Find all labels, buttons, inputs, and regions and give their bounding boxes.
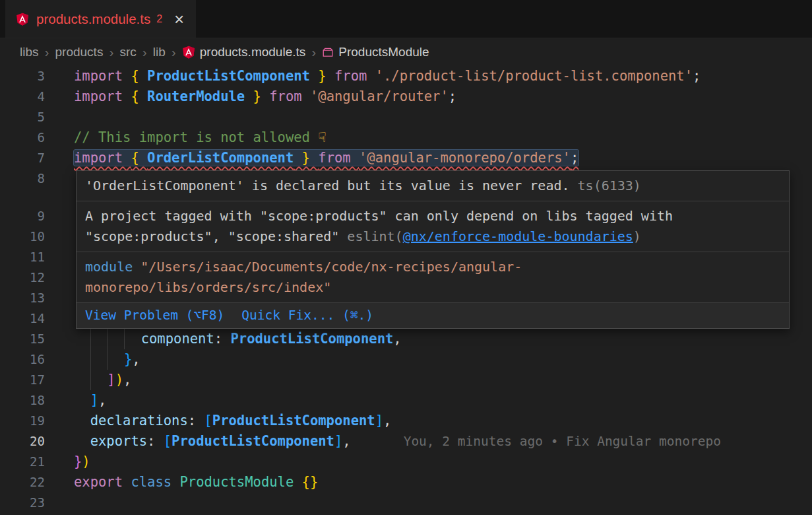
hover-text: ts(6133) — [570, 178, 641, 193]
code-line-row: 16 }, — [0, 349, 812, 370]
line-number[interactable]: 8 — [0, 168, 45, 189]
hover-text: module — [85, 259, 141, 275]
breadcrumb-label: ProductsModule — [338, 45, 429, 59]
breadcrumb-item[interactable]: src — [119, 45, 136, 59]
code-line-row: 19 declarations: [ProductListComponent], — [0, 411, 812, 431]
code-token: component — [141, 331, 214, 347]
line-number[interactable]: 17 — [0, 370, 45, 390]
breadcrumb-separator-icon: › — [311, 44, 316, 60]
code-token: export — [74, 474, 131, 490]
line-number[interactable]: 23 — [0, 493, 45, 513]
line-number[interactable]: 20 — [0, 431, 45, 452]
code-token: RouterModule — [147, 88, 245, 104]
quick-fix-action[interactable]: Quick Fix... (⌘.) — [241, 305, 373, 326]
code-line[interactable]: import { RouterModule } from '@angular/r… — [74, 86, 456, 107]
tab-title: products.module.ts — [36, 11, 150, 27]
code-token: ; — [693, 68, 701, 84]
breadcrumb-item[interactable]: products.module.ts — [182, 45, 306, 59]
breadcrumb-label: libs — [20, 45, 39, 59]
breadcrumb-label: lib — [153, 45, 166, 59]
close-icon[interactable]: × — [174, 11, 184, 28]
line-number[interactable]: 16 — [0, 349, 45, 370]
indent-guide — [90, 329, 108, 349]
line-number[interactable]: 18 — [0, 390, 45, 411]
code-token: import — [74, 150, 131, 166]
code-token: ProductListComponent — [230, 331, 393, 347]
code-token: from — [334, 68, 375, 84]
breadcrumb-item[interactable]: products — [55, 45, 104, 59]
code-token: './product-list/product-list.component' — [375, 68, 693, 84]
code-token: , — [132, 351, 140, 367]
hover-line: 'OrderListComponent' is declared but its… — [85, 176, 780, 196]
code-token: } — [74, 454, 82, 469]
code-token: { — [131, 88, 147, 104]
line-number[interactable]: 15 — [0, 329, 45, 349]
breadcrumb-separator-icon: › — [109, 44, 113, 60]
code-token: , — [123, 372, 131, 388]
breadcrumb-item[interactable]: ProductsModule — [322, 45, 429, 59]
code-token: ☟ — [318, 129, 326, 145]
code-line[interactable]: exports: [ProductListComponent],You, 2 m… — [74, 431, 721, 452]
line-number[interactable]: 12 — [0, 267, 45, 288]
line-number[interactable]: 22 — [0, 472, 45, 493]
indent-guide — [74, 411, 90, 431]
line-number[interactable]: 5 — [0, 107, 45, 127]
line-number[interactable]: 10 — [0, 226, 45, 247]
code-token: OrderListComponent — [147, 150, 294, 166]
hover-text: ) — [633, 228, 641, 244]
code-line[interactable]: import { ProductListComponent } from './… — [74, 66, 701, 86]
code-token: , — [98, 392, 106, 408]
line-number[interactable]: 19 — [0, 411, 45, 431]
breadcrumb-item[interactable]: lib — [153, 45, 166, 59]
line-number[interactable]: 14 — [0, 308, 45, 329]
line-number[interactable]: 3 — [0, 66, 45, 86]
hover-text: eslint( — [347, 228, 402, 244]
hover-widget: 'OrderListComponent' is declared but its… — [76, 170, 790, 329]
line-number[interactable]: 13 — [0, 288, 45, 308]
code-line[interactable]: }) — [74, 452, 90, 472]
code-token: : — [147, 433, 164, 449]
code-token: [ — [164, 433, 172, 449]
eslint-rule-link[interactable]: @nx/enforce-module-boundaries — [403, 228, 633, 244]
breadcrumb-item[interactable]: libs — [20, 45, 39, 59]
code-line[interactable]: ]), — [74, 370, 131, 390]
indent-guide — [124, 329, 141, 349]
code-line[interactable]: declarations: [ProductListComponent], — [74, 411, 391, 431]
code-line[interactable]: }, — [74, 349, 141, 370]
code-line[interactable]: component: ProductListComponent, — [74, 329, 402, 349]
module-info: module "/Users/isaac/Documents/code/nx-r… — [77, 252, 789, 303]
hover-line: module "/Users/isaac/Documents/code/nx-r… — [85, 257, 780, 277]
line-number[interactable]: 6 — [0, 127, 45, 148]
code-line[interactable]: export class ProductsModule {} — [74, 472, 318, 493]
code-line-row: 17 ]), — [0, 370, 812, 390]
code-token: ProductsModule — [179, 474, 301, 490]
breadcrumb: libs›products›src›lib›products.module.ts… — [0, 38, 812, 66]
hover-rows: 'OrderListComponent' is declared but its… — [77, 171, 789, 303]
code-token: } — [310, 68, 334, 84]
code-token: , — [393, 331, 401, 347]
line-number[interactable]: 11 — [0, 247, 45, 267]
breadcrumb-separator-icon: › — [142, 44, 147, 60]
line-number[interactable]: 7 — [0, 148, 45, 168]
code-token: exports — [90, 433, 147, 449]
code-line-row: 21}) — [0, 452, 812, 472]
line-number[interactable]: 21 — [0, 452, 45, 472]
code-line-row: 18 ], — [0, 390, 812, 411]
line-number[interactable]: 9 — [0, 206, 45, 226]
code-line-row: 15 component: ProductListComponent, — [0, 329, 812, 349]
code-line[interactable]: // This import is not allowed ☟ — [74, 127, 327, 148]
breadcrumb-label: src — [119, 45, 136, 59]
code-token: // This import is not allowed — [74, 129, 318, 145]
code-line[interactable]: import { OrderListComponent } from '@ang… — [74, 148, 578, 168]
line-number[interactable]: 4 — [0, 86, 45, 107]
code-token: ) — [82, 454, 90, 469]
code-token: ProductListComponent — [172, 433, 334, 449]
tab-products-module[interactable]: products.module.ts 2 × — [5, 0, 196, 38]
code-line[interactable]: ], — [74, 390, 106, 411]
code-token: } — [245, 88, 269, 104]
code-token: } — [294, 150, 318, 166]
breadcrumb-separator-icon: › — [45, 44, 49, 60]
view-problem-action[interactable]: View Problem (⌥F8) — [85, 305, 224, 326]
indent-guide — [107, 329, 124, 349]
hover-line: monorepo/libs/orders/src/index" — [85, 277, 780, 298]
